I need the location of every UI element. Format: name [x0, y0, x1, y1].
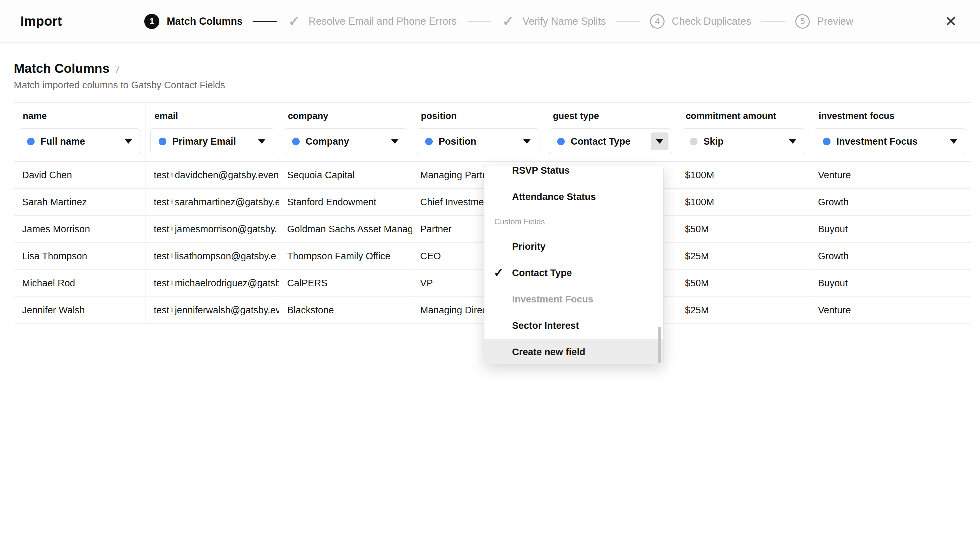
- column-header-position: positionPosition: [412, 103, 544, 162]
- caret-shape: [125, 139, 132, 144]
- column-label: investment focus: [819, 111, 962, 121]
- column-header-commitment-amount: commitment amountSkip: [677, 103, 810, 162]
- table-cell: Blackstone: [279, 297, 412, 324]
- table-cell: Growth: [810, 189, 971, 216]
- page-title: Import: [21, 14, 62, 29]
- step-4[interactable]: 4Check Duplicates: [650, 14, 751, 29]
- step-label: Verify Name Splits: [523, 16, 606, 27]
- step-connector: [616, 21, 640, 22]
- menu-item-create-new-field[interactable]: Create new field: [484, 339, 663, 364]
- table-cell: Lisa Thompson: [14, 243, 146, 270]
- mapping-select-name[interactable]: Full name: [19, 129, 141, 154]
- caret-shape: [391, 139, 398, 144]
- caret-shape: [523, 139, 530, 144]
- table-cell: test+sarahmartinez@gatsby.e: [146, 189, 279, 216]
- stepper: 1Match Columns✓Resolve Email and Phone E…: [144, 14, 853, 29]
- step-label: Preview: [817, 16, 853, 27]
- check-icon: ✓: [287, 14, 301, 29]
- table-cell: test+jamesmorrison@gatsby.: [146, 216, 279, 243]
- menu-item-investment-focus: Investment Focus: [484, 286, 663, 313]
- mapping-selected-value: Position: [439, 136, 512, 147]
- step-2[interactable]: ✓Resolve Email and Phone Errors: [287, 14, 457, 29]
- mapping-status-dot: [292, 138, 300, 145]
- step-label: Resolve Email and Phone Errors: [309, 16, 457, 27]
- table-cell: $25M: [677, 243, 810, 270]
- top-bar: Import 1Match Columns✓Resolve Email and …: [0, 0, 980, 43]
- mapping-status-dot: [425, 138, 433, 145]
- mapping-select-commitment-amount[interactable]: Skip: [682, 129, 805, 154]
- table-header-row: nameFull nameemailPrimary EmailcompanyCo…: [14, 103, 971, 162]
- section-title: Match Columns: [14, 61, 109, 76]
- step-5[interactable]: 5Preview: [795, 14, 853, 29]
- menu-item-rsvp-status[interactable]: RSVP Status: [484, 166, 663, 183]
- table-cell: $100M: [677, 162, 810, 189]
- table-cell: Jennifer Walsh: [14, 297, 146, 324]
- mapping-status-dot: [823, 138, 830, 145]
- table-cell: $50M: [677, 270, 810, 297]
- mapping-selected-value: Investment Focus: [837, 136, 939, 147]
- chevron-down-icon[interactable]: [386, 132, 404, 150]
- step-number-icon: 1: [144, 14, 159, 29]
- scrollbar-thumb[interactable]: [658, 327, 661, 363]
- menu-section-label: Custom Fields: [484, 210, 663, 233]
- mapping-status-dot: [557, 138, 565, 145]
- step-connector: [761, 21, 785, 22]
- chevron-down-icon[interactable]: [518, 132, 536, 150]
- mapping-selected-value: Company: [305, 136, 380, 147]
- mapping-select-position[interactable]: Position: [417, 129, 539, 154]
- step-label: Match Columns: [167, 16, 243, 27]
- menu-item-contact-type[interactable]: ✓Contact Type: [484, 260, 663, 286]
- section-title-row: Match Columns 7: [14, 61, 966, 76]
- table-cell: $25M: [677, 297, 810, 324]
- chevron-down-icon[interactable]: [253, 132, 271, 150]
- mapping-selected-value: Full name: [40, 136, 114, 147]
- mapping-select-investment-focus[interactable]: Investment Focus: [815, 129, 966, 154]
- column-label: company: [288, 111, 403, 121]
- table-cell: test+jenniferwalsh@gatsby.ev: [146, 297, 279, 324]
- check-icon: ✓: [494, 266, 503, 280]
- check-icon: ✓: [501, 14, 515, 29]
- menu-item-attendance-status[interactable]: Attendance Status: [484, 183, 663, 210]
- column-count: 7: [115, 65, 120, 75]
- mapping-select-email[interactable]: Primary Email: [151, 129, 274, 154]
- close-icon[interactable]: ✕: [942, 11, 959, 31]
- menu-item-label: Investment Focus: [512, 294, 593, 305]
- menu-item-label: Create new field: [512, 347, 585, 357]
- field-dropdown-menu: RSVP StatusAttendance StatusCustom Field…: [484, 166, 663, 364]
- mapping-status-dot: [27, 138, 35, 145]
- step-1[interactable]: 1Match Columns: [144, 14, 243, 29]
- menu-item-sector-interest[interactable]: Sector Interest: [484, 313, 663, 339]
- table-cell: Buyout: [810, 216, 971, 243]
- chevron-down-icon[interactable]: [119, 132, 137, 150]
- table-cell: David Chen: [14, 162, 146, 189]
- mapping-selected-value: Skip: [703, 136, 778, 147]
- caret-shape: [950, 139, 957, 144]
- column-header-company: companyCompany: [279, 103, 412, 162]
- table-cell: test+davidchen@gatsby.even: [146, 162, 279, 189]
- section-subtitle: Match imported columns to Gatsby Contact…: [14, 80, 966, 91]
- chevron-down-icon[interactable]: [784, 132, 802, 150]
- menu-item-label: Contact Type: [512, 268, 572, 278]
- step-number-icon: 5: [795, 14, 810, 29]
- table-cell: test+lisathompson@gatsby.e: [146, 243, 279, 270]
- table-cell: Michael Rod: [14, 270, 146, 297]
- table-cell: Sarah Martinez: [14, 189, 146, 216]
- table-cell: Growth: [810, 243, 971, 270]
- column-label: name: [23, 111, 137, 121]
- table-cell: Venture: [810, 297, 971, 324]
- menu-item-priority[interactable]: Priority: [484, 233, 663, 260]
- chevron-down-icon[interactable]: [651, 132, 668, 150]
- chevron-down-icon[interactable]: [945, 132, 963, 150]
- step-number-icon: 4: [650, 14, 665, 29]
- table-cell: Buyout: [810, 270, 971, 297]
- menu-item-label: Attendance Status: [512, 191, 596, 202]
- column-label: email: [154, 111, 270, 121]
- table-cell: Goldman Sachs Asset Manag: [279, 216, 412, 243]
- mapping-select-company[interactable]: Company: [284, 129, 407, 154]
- step-label: Check Duplicates: [672, 16, 751, 27]
- caret-shape: [656, 139, 663, 144]
- step-3[interactable]: ✓Verify Name Splits: [501, 14, 606, 29]
- mapping-select-guest-type[interactable]: Contact Type: [549, 129, 672, 154]
- column-label: position: [421, 111, 535, 121]
- table-cell: CalPERS: [279, 270, 412, 297]
